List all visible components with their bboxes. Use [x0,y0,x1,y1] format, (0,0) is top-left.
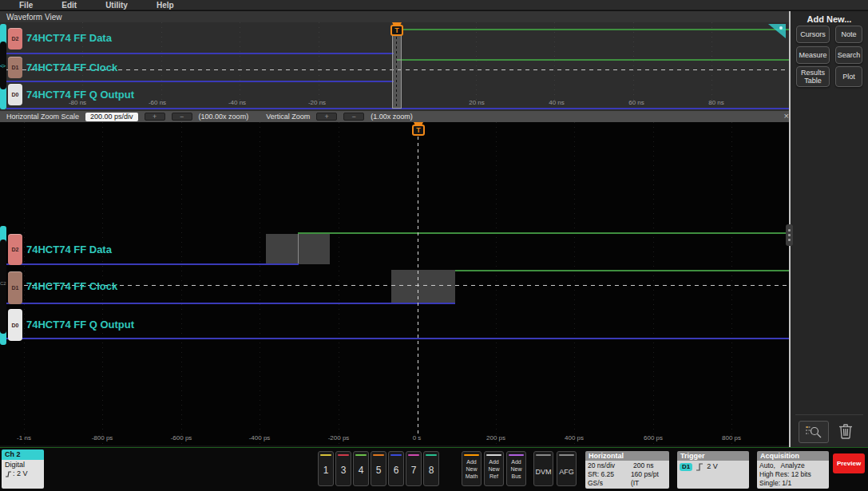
d2-transition-region [298,232,330,264]
search-button[interactable]: Search [835,46,862,64]
channel-handle-d2[interactable]: D2 [8,28,22,49]
add-new-math-button[interactable]: Add New Math [462,451,482,486]
gridline [240,22,240,111]
zoom-tick: 800 ps [722,434,741,442]
zoom-tick: 0 s [413,434,422,442]
threshold-icon [5,471,12,477]
digital-channel-4-button[interactable]: 4 [353,451,369,486]
acquisition-panel[interactable]: Acquisition Auto, Analyze High Res: 12 b… [757,451,829,489]
d2-low-trace [6,53,394,54]
trigger-badge[interactable]: T [390,25,403,36]
bottom-settings-bar: Ch 2 Digital : 2 V 1 3 4 5 [0,448,868,491]
digital-channel-3-button[interactable]: 3 [335,451,351,486]
overview-tick: -60 ns [149,99,166,106]
add-new-bus-button[interactable]: Add New Bus [506,451,526,486]
zoom-recall-button[interactable] [799,421,829,443]
v-zoom-label: Vertical Zoom [266,113,310,121]
tekscope-window: File Edit Utility Help Waveform View <> … [0,0,868,491]
dvm-button[interactable]: DVM [533,451,553,486]
h-zoom-minus-button[interactable]: − [172,113,192,121]
channel-handle-d1[interactable]: D1 [8,271,22,304]
channel-2-threshold: : 2 V [13,469,28,478]
add-new-panel: Add New... Cursors Note Measure Search R… [791,11,868,447]
preview-button[interactable]: Preview [833,453,865,473]
channel-label-d1[interactable]: 74HCT74 FF Clock [26,280,117,292]
v-zoom-minus-button[interactable]: − [343,113,364,121]
add-new-ref-button[interactable]: Add New Ref [484,451,504,486]
measure-button[interactable]: Measure [796,46,830,64]
channel-2-badge[interactable]: Ch 2 Digital : 2 V [2,449,44,489]
menu-edit[interactable]: Edit [61,1,77,10]
trash-button[interactable] [835,421,856,442]
zoom-overview-flag-icon[interactable] [768,24,786,38]
digital-channel-1-button[interactable]: 1 [318,451,334,486]
panel-splitter-grip[interactable] [786,224,793,246]
overview-tick: 60 ns [628,99,644,106]
zoomed-waveform-view[interactable]: T C2 D2 74HCT74 FF Data D1 74HCT74 FF Cl… [0,122,789,445]
channel-handle-d1[interactable]: D1 [8,57,22,78]
afg-button[interactable]: AFG [557,451,577,486]
overview-tick: 20 ns [469,99,485,106]
d1-low-trace [6,303,455,304]
divider [795,414,863,415]
d2-transition-region [266,234,298,264]
menu-bar: File Edit Utility Help [0,0,868,10]
tab-waveform-view[interactable]: Waveform View [6,13,61,22]
gridline [181,122,182,445]
d1-center-dashed-line [24,285,789,286]
cursors-button[interactable]: Cursors [796,26,830,43]
channel-handle-d2[interactable]: D2 [8,234,22,265]
zoom-list-icon [804,425,823,439]
overview-tick: 40 ns [549,99,565,106]
channel-handle-d0[interactable]: D0 [8,84,22,105]
d1-low-trace [6,81,394,82]
d2-high-trace [397,29,789,30]
h-zoom-scale-input[interactable]: 200.00 ps/div [85,113,138,121]
d1-transition-region [391,270,455,303]
channel-label-d0[interactable]: 74HCT74 FF Q Output [26,319,134,331]
trigger-panel[interactable]: Trigger D1 2 V [677,451,749,489]
trigger-badge[interactable]: T [412,125,425,136]
channel-group-handle[interactable] [0,240,6,334]
channel-label-d2[interactable]: 74HCT74 FF Data [26,244,112,255]
digital-channel-7-button[interactable]: 7 [406,451,422,486]
gridline [24,122,25,445]
gridline [633,22,634,111]
gridline [339,122,339,445]
gridline [260,122,260,445]
menu-utility[interactable]: Utility [105,1,128,10]
overview-tick: -80 ns [69,99,86,106]
menu-file[interactable]: File [19,1,33,10]
gridline [574,122,575,445]
digital-channel-5-button[interactable]: 5 [371,451,386,486]
trigger-position-line [418,137,418,436]
overview-waveform-panel[interactable]: <> D2 74HCT74 FF Data D1 74HCT74 FF Cloc… [0,22,789,111]
c2-source-tag: C2 [0,281,6,286]
note-button[interactable]: Note [835,26,862,43]
channel-label-d1[interactable]: 74HCT74 FF Clock [26,61,117,73]
d1-high-trace [455,270,789,271]
acquisition-title: Acquisition [757,451,829,461]
d0-low-trace [6,338,789,339]
digital-channel-8-button[interactable]: 8 [423,451,439,486]
channel-handle-d0[interactable]: D0 [8,309,22,341]
horizontal-panel[interactable]: Horizontal 20 ns/div200 ns SR: 6.25 GS/s… [585,451,669,489]
d2-high-trace [298,232,789,234]
pan-arrows-icon[interactable]: <> [0,63,5,69]
trash-icon [838,423,853,439]
gridline [161,22,162,111]
trigger-title: Trigger [677,451,749,461]
zoom-tick: -600 ps [171,434,192,442]
h-zoom-plus-button[interactable]: + [145,113,165,121]
h-zoom-scale-label: Horizontal Zoom Scale [6,113,79,121]
rising-edge-icon [696,463,704,471]
digital-channel-6-button[interactable]: 6 [388,451,404,486]
plot-button[interactable]: Plot [835,66,862,87]
zoom-window-bar[interactable] [392,26,402,109]
v-zoom-plus-button[interactable]: + [316,113,337,121]
v-zoom-readout: (1.00x zoom) [371,113,413,121]
results-table-button[interactable]: Results Table [796,66,830,87]
channel-label-d2[interactable]: 74HCT74 FF Data [26,32,112,44]
menu-help[interactable]: Help [157,1,174,10]
zoom-tick: 600 ps [644,434,663,442]
